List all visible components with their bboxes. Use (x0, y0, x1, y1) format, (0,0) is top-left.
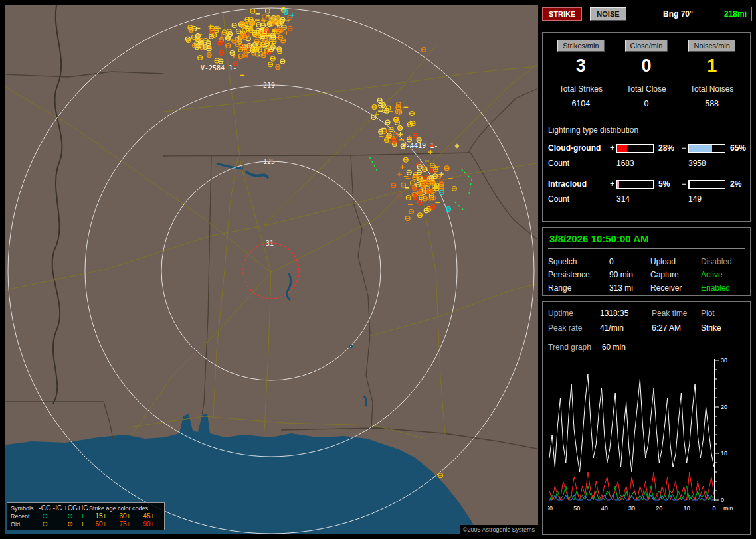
noise-toggle-button[interactable]: NOISE (590, 7, 626, 21)
ic-minus-pct: 2% (727, 179, 745, 189)
plus-sign: + (608, 179, 616, 189)
stats-row: Uptime 1318:35 Peak time Plot (548, 306, 745, 321)
svg-text:40: 40 (601, 505, 608, 512)
legend-col-cg-minus: -CG (39, 504, 51, 512)
total-noises-label: Total Noises (679, 84, 745, 94)
cg-plus-bar (616, 144, 654, 153)
ic-count-label: Count (548, 194, 608, 204)
strike-toggle-button[interactable]: STRIKE (542, 7, 582, 21)
recent-ic-plus-icon: + (76, 512, 89, 520)
capture-status: Active (701, 270, 747, 279)
storm-label-v2584: V-2584 1- (201, 64, 236, 72)
map-canvas: 219 125 31 V-2584 1- P-4419 1- (5, 5, 538, 534)
cg-minus-pct: 65% (727, 143, 745, 153)
uptime-value: 1318:35 (600, 309, 652, 318)
bearing-value: Bng 70° (663, 9, 693, 19)
age-15: 15+ (89, 512, 113, 520)
persistence-value: 90 min (609, 270, 650, 279)
cloud-ground-label: Cloud-ground (548, 143, 608, 153)
cloud-ground-row: Cloud-ground + 28% − 65% (548, 140, 745, 156)
legend-symbols-header: Symbols (11, 504, 39, 512)
ic-plus-count: 314 (616, 194, 655, 204)
intracloud-label: Intracloud (548, 179, 608, 189)
cg-plus-count: 1683 (616, 159, 655, 168)
intracloud-row: Intracloud + 5% − 2% (548, 176, 745, 192)
legend-col-cg-plus: +CG (64, 504, 76, 512)
persistence-label: Persistence (548, 270, 609, 279)
svg-text:10: 10 (684, 505, 690, 512)
stats-row: Peak rate 41/min 6:27 AM Strike (548, 321, 745, 335)
strikes-per-min-button[interactable]: Strikes/min (557, 40, 604, 52)
plot-label: Plot (701, 309, 745, 318)
legend-recent-label: Recent (11, 512, 39, 520)
settings-row: Range 313 mi Receiver Enabled (548, 281, 745, 295)
peak-rate-label: Peak rate (548, 323, 600, 333)
noises-per-min-button[interactable]: Noises/min (688, 40, 735, 52)
distance-value: 218mi (724, 9, 747, 19)
settings-row: Persistence 90 min Capture Active (548, 268, 745, 281)
close-per-min-button[interactable]: Close/min (625, 40, 668, 52)
squelch-value: 0 (609, 257, 650, 266)
trend-graph-header: Trend graph 60 min (548, 341, 745, 354)
svg-text:20: 20 (721, 404, 727, 410)
total-close-value: 0 (614, 99, 680, 108)
status-panel: STRIKE NOISE Bng 70° 218mi Strikes/min C… (542, 5, 752, 535)
age-60: 60+ (89, 520, 113, 528)
capture-label: Capture (650, 270, 701, 279)
receiver-status: Enabled (701, 283, 747, 293)
age-90: 90+ (137, 520, 161, 528)
squelch-label: Squelch (548, 257, 609, 266)
trend-graph: 01020306050403020100min (548, 356, 745, 525)
plus-sign: + (608, 143, 616, 153)
recent-ic-minus-icon: − (51, 512, 64, 520)
legend-old-label: Old (11, 520, 39, 528)
cg-plus-pct: 28% (655, 143, 680, 153)
total-close-label: Total Close (614, 84, 680, 94)
current-datetime: 3/8/2026 10:50:00 AM (548, 232, 745, 249)
legend-age-header: Strike age color codes (89, 504, 161, 512)
upload-status: Disabled (701, 257, 747, 266)
old-cg-minus-icon: ⊖ (39, 520, 51, 528)
total-strikes-label: Total Strikes (548, 84, 614, 94)
old-ic-minus-icon: − (51, 520, 64, 528)
svg-text:10: 10 (721, 450, 727, 457)
datetime-panel: 3/8/2026 10:50:00 AM Squelch 0 Upload Di… (542, 227, 751, 296)
map-legend: Symbols -CG -IC +CG +IC Strike age color… (7, 502, 165, 530)
uptime-label: Uptime (548, 309, 600, 318)
recent-cg-plus-icon: ⊕ (64, 512, 76, 520)
recent-cg-minus-icon: ⊖ (39, 512, 51, 520)
svg-text:min: min (723, 505, 733, 512)
copyright-notice: ©2005 Astrogenic Systems (460, 525, 538, 534)
ring-label-219: 219 (263, 82, 275, 89)
minus-sign: − (680, 143, 688, 153)
legend-col-ic-plus: +IC (76, 504, 89, 512)
ring-label-125: 125 (263, 158, 275, 165)
svg-text:50: 50 (573, 505, 580, 512)
svg-text:20: 20 (656, 505, 662, 512)
trend-window-value: 60 min (602, 343, 626, 352)
rates-panel: Strikes/min Close/min Noises/min 3 0 1 T… (542, 32, 751, 222)
legend-col-ic-minus: -IC (51, 504, 64, 512)
settings-row: Squelch 0 Upload Disabled (548, 255, 745, 268)
trend-graph-label: Trend graph (548, 343, 591, 352)
cg-count-label: Count (548, 159, 608, 168)
total-noises-value: 588 (679, 99, 745, 108)
bearing-distance-readout: Bng 70° 218mi (658, 7, 752, 21)
age-45: 45+ (137, 512, 161, 520)
svg-text:30: 30 (628, 505, 635, 512)
svg-text:0: 0 (721, 497, 724, 503)
peak-time-value: 6:27 AM (652, 323, 701, 333)
cg-minus-bar (688, 144, 725, 153)
peak-time-label: Peak time (652, 309, 701, 318)
lightning-map[interactable]: 219 125 31 V-2584 1- P-4419 1- Symbols -… (5, 5, 538, 534)
age-30: 30+ (113, 512, 137, 520)
ring-label-31: 31 (266, 240, 274, 247)
age-75: 75+ (113, 520, 137, 528)
upload-label: Upload (650, 257, 701, 266)
cloud-ground-count-row: Count 1683 3958 (548, 156, 745, 171)
minus-sign: − (680, 179, 688, 189)
ic-plus-pct: 5% (655, 179, 680, 189)
ic-minus-bar (688, 180, 725, 189)
top-toolbar: STRIKE NOISE Bng 70° 218mi (542, 5, 752, 23)
cg-minus-count: 3958 (688, 159, 727, 168)
